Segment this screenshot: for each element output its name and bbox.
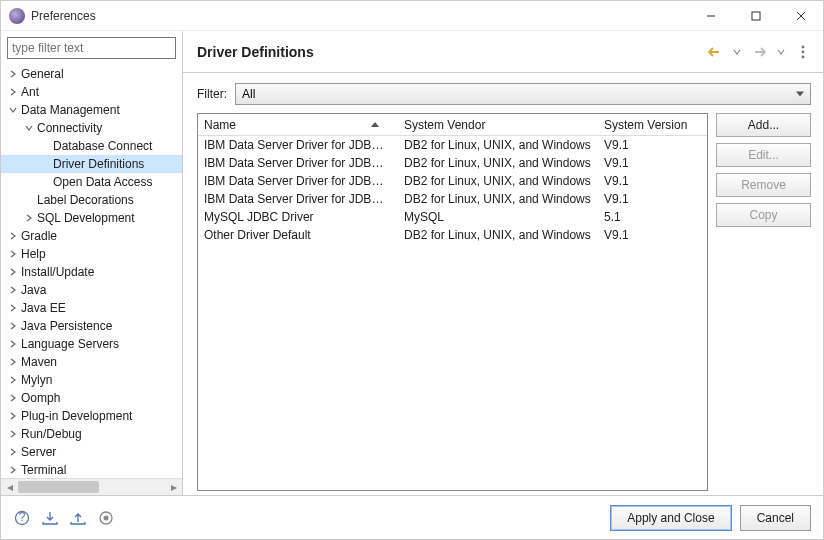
filter-text-input[interactable] bbox=[7, 37, 176, 59]
tree-item[interactable]: Language Servers bbox=[1, 335, 182, 353]
chevron-right-icon[interactable] bbox=[7, 286, 19, 294]
chevron-right-icon[interactable] bbox=[7, 70, 19, 78]
page-title: Driver Definitions bbox=[197, 44, 703, 60]
svg-text:?: ? bbox=[19, 510, 26, 524]
tree-item[interactable]: Label Decorations bbox=[1, 191, 182, 209]
cell-version: V9.1 bbox=[598, 192, 707, 206]
chevron-down-icon[interactable] bbox=[7, 106, 19, 114]
tree-item[interactable]: Data Management bbox=[1, 101, 182, 119]
tree-item-label: Connectivity bbox=[37, 121, 102, 135]
back-menu-chevron-icon[interactable] bbox=[727, 42, 747, 62]
column-header-vendor[interactable]: System Vendor bbox=[398, 114, 598, 135]
tree-item[interactable]: Gradle bbox=[1, 227, 182, 245]
tree-item[interactable]: Plug-in Development bbox=[1, 407, 182, 425]
tree-item[interactable]: Run/Debug bbox=[1, 425, 182, 443]
tree-item-label: Database Connect bbox=[53, 139, 152, 153]
copy-button[interactable]: Copy bbox=[716, 203, 811, 227]
chevron-right-icon[interactable] bbox=[23, 214, 35, 222]
remove-button[interactable]: Remove bbox=[716, 173, 811, 197]
chevron-right-icon[interactable] bbox=[7, 448, 19, 456]
svg-point-10 bbox=[104, 515, 109, 520]
tree-item[interactable]: Database Connect bbox=[1, 137, 182, 155]
maximize-button[interactable] bbox=[733, 1, 778, 31]
table-row[interactable]: IBM Data Server Driver for JDBC an...DB2… bbox=[198, 172, 707, 190]
chevron-right-icon[interactable] bbox=[7, 340, 19, 348]
cell-name: IBM Data Server Driver for JDBC an... bbox=[198, 138, 398, 152]
tree-item[interactable]: SQL Development bbox=[1, 209, 182, 227]
oomph-record-icon[interactable] bbox=[97, 509, 115, 527]
edit-button[interactable]: Edit... bbox=[716, 143, 811, 167]
column-header-version[interactable]: System Version bbox=[598, 114, 707, 135]
chevron-right-icon[interactable] bbox=[7, 466, 19, 474]
cell-version: 5.1 bbox=[598, 210, 707, 224]
tree-item[interactable]: Install/Update bbox=[1, 263, 182, 281]
chevron-right-icon[interactable] bbox=[7, 304, 19, 312]
tree-item[interactable]: Java EE bbox=[1, 299, 182, 317]
filter-dropdown[interactable]: All bbox=[235, 83, 811, 105]
tree-item[interactable]: Help bbox=[1, 245, 182, 263]
table-row[interactable]: Other Driver DefaultDB2 for Linux, UNIX,… bbox=[198, 226, 707, 244]
tree-item[interactable]: Ant bbox=[1, 83, 182, 101]
tree-item[interactable]: Mylyn bbox=[1, 371, 182, 389]
back-button[interactable] bbox=[705, 42, 725, 62]
tree-item-label: SQL Development bbox=[37, 211, 135, 225]
chevron-right-icon[interactable] bbox=[7, 250, 19, 258]
cell-name: IBM Data Server Driver for JDBC an... bbox=[198, 192, 398, 206]
chevron-down-icon[interactable] bbox=[23, 124, 35, 132]
tree-item-label: Data Management bbox=[21, 103, 120, 117]
chevron-right-icon[interactable] bbox=[7, 268, 19, 276]
tree-item-label: Run/Debug bbox=[21, 427, 82, 441]
table-row[interactable]: IBM Data Server Driver for JDBC an...DB2… bbox=[198, 136, 707, 154]
preferences-tree[interactable]: GeneralAntData ManagementConnectivityDat… bbox=[1, 63, 182, 478]
table-row[interactable]: MySQL JDBC DriverMySQL5.1 bbox=[198, 208, 707, 226]
tree-item[interactable]: Java Persistence bbox=[1, 317, 182, 335]
tree-item-label: Language Servers bbox=[21, 337, 119, 351]
tree-item[interactable]: Maven bbox=[1, 353, 182, 371]
minimize-button[interactable] bbox=[688, 1, 733, 31]
chevron-right-icon[interactable] bbox=[7, 376, 19, 384]
tree-item-label: Help bbox=[21, 247, 46, 261]
tree-item[interactable]: Open Data Access bbox=[1, 173, 182, 191]
tree-item[interactable]: Terminal bbox=[1, 461, 182, 478]
preferences-sidebar: GeneralAntData ManagementConnectivityDat… bbox=[1, 31, 183, 495]
table-row[interactable]: IBM Data Server Driver for JDBC an...DB2… bbox=[198, 154, 707, 172]
scroll-thumb[interactable] bbox=[18, 481, 99, 493]
forward-button[interactable] bbox=[749, 42, 769, 62]
preferences-window: Preferences GeneralAntData ManagementCon… bbox=[0, 0, 824, 540]
window-title: Preferences bbox=[31, 9, 96, 23]
apply-and-close-button[interactable]: Apply and Close bbox=[610, 505, 731, 531]
scroll-left-icon[interactable]: ◂ bbox=[1, 479, 18, 495]
tree-item[interactable]: Server bbox=[1, 443, 182, 461]
view-menu-icon[interactable] bbox=[793, 42, 813, 62]
eclipse-app-icon bbox=[9, 8, 25, 24]
import-icon[interactable] bbox=[41, 509, 59, 527]
sidebar-horizontal-scroll[interactable]: ◂ ▸ bbox=[1, 478, 182, 495]
cell-vendor: DB2 for Linux, UNIX, and Windows bbox=[398, 138, 598, 152]
main-panel: Driver Definitions Fi bbox=[183, 31, 823, 495]
cancel-button[interactable]: Cancel bbox=[740, 505, 811, 531]
add-button[interactable]: Add... bbox=[716, 113, 811, 137]
export-icon[interactable] bbox=[69, 509, 87, 527]
tree-item-label: Plug-in Development bbox=[21, 409, 132, 423]
chevron-right-icon[interactable] bbox=[7, 232, 19, 240]
tree-item[interactable]: Driver Definitions bbox=[1, 155, 182, 173]
scroll-right-icon[interactable]: ▸ bbox=[165, 479, 182, 495]
chevron-right-icon[interactable] bbox=[7, 358, 19, 366]
table-row[interactable]: IBM Data Server Driver for JDBC an...DB2… bbox=[198, 190, 707, 208]
chevron-right-icon[interactable] bbox=[7, 394, 19, 402]
cell-vendor: DB2 for Linux, UNIX, and Windows bbox=[398, 156, 598, 170]
chevron-right-icon[interactable] bbox=[7, 430, 19, 438]
tree-item[interactable]: Connectivity bbox=[1, 119, 182, 137]
chevron-right-icon[interactable] bbox=[7, 322, 19, 330]
chevron-right-icon[interactable] bbox=[7, 412, 19, 420]
chevron-right-icon[interactable] bbox=[7, 88, 19, 96]
tree-item[interactable]: General bbox=[1, 65, 182, 83]
column-header-name[interactable]: Name bbox=[198, 114, 398, 135]
cell-vendor: DB2 for Linux, UNIX, and Windows bbox=[398, 228, 598, 242]
tree-item[interactable]: Java bbox=[1, 281, 182, 299]
help-icon[interactable]: ? bbox=[13, 509, 31, 527]
close-button[interactable] bbox=[778, 1, 823, 31]
forward-menu-chevron-icon[interactable] bbox=[771, 42, 791, 62]
cell-version: V9.1 bbox=[598, 174, 707, 188]
tree-item[interactable]: Oomph bbox=[1, 389, 182, 407]
